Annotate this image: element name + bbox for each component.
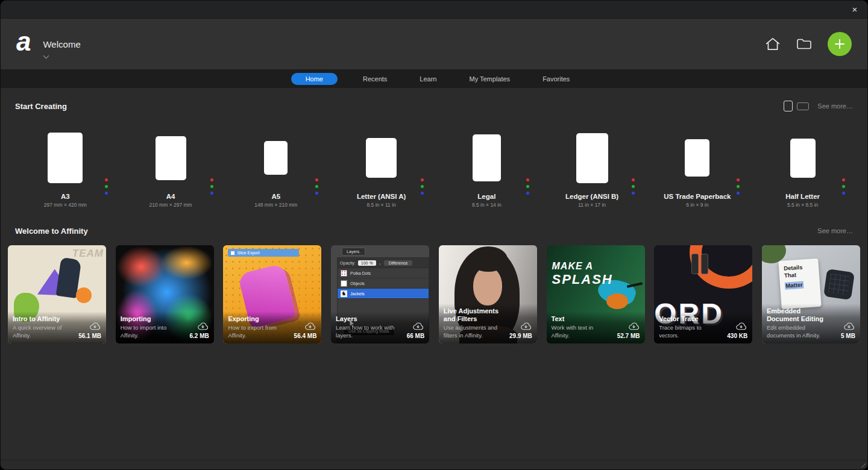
- layers-panel-title: Layers.: [342, 248, 365, 255]
- card-exporting[interactable]: Slice Export Exporting How to export fro…: [223, 245, 321, 343]
- preset-thumbnail: [156, 130, 186, 186]
- app-window: × a Welcome: [0, 0, 868, 470]
- card-title: Embedded Document Editing: [767, 307, 829, 323]
- preset-name: A4: [166, 193, 175, 200]
- landscape-page-view-button[interactable]: [797, 102, 809, 110]
- card-title: Vector Trace: [659, 315, 722, 323]
- plus-icon: [834, 39, 845, 49]
- affinity-logo: a: [16, 28, 31, 55]
- preset-name: A5: [272, 193, 281, 200]
- card-footer: Text Work with text in Affinity. 52.7 MB: [547, 312, 645, 343]
- home-icon[interactable]: [765, 36, 781, 52]
- download-cloud-icon[interactable]: [89, 322, 101, 331]
- portrait-page-view-button[interactable]: [784, 101, 793, 111]
- page-title: Welcome: [43, 39, 80, 49]
- preset-half-letter[interactable]: Half Letter 5.5 in × 8.5 in: [750, 130, 855, 208]
- card-layers[interactable]: Layers. Opacity: 100 % ⌄ Difference Polk…: [331, 245, 429, 343]
- card-description: How to export from Affinity.: [228, 324, 288, 339]
- download-cloud-icon[interactable]: [197, 322, 209, 331]
- preset-name: Ledger (ANSI B): [565, 193, 618, 200]
- see-more-link[interactable]: See more…: [817, 102, 853, 110]
- card-text[interactable]: MAKE A SPLASH Text Work with text in Aff…: [547, 245, 645, 343]
- preset-thumbnail: [473, 130, 501, 186]
- preset-dims: 8.5 in × 14 in: [472, 202, 502, 208]
- download-cloud-icon[interactable]: [627, 322, 640, 331]
- color-format-dots: [526, 178, 529, 195]
- color-format-dots: [842, 178, 845, 195]
- preset-name: Legal: [477, 193, 495, 200]
- resize-grip[interactable]: [859, 461, 866, 468]
- preset-dims: 297 mm × 420 mm: [44, 202, 87, 208]
- tab-favorites[interactable]: Favorites: [535, 73, 577, 85]
- preset-thumbnail: [366, 130, 397, 186]
- card-live-adjustments-and-filters[interactable]: Live Adjustments and Filters Use adjustm…: [439, 245, 537, 343]
- preset-dims: 148 mm × 210 mm: [254, 202, 297, 208]
- window-title-group: Welcome: [43, 39, 80, 49]
- card-importing[interactable]: Importing How to import into Affinity. 6…: [116, 245, 214, 343]
- app-header: a Welcome: [1, 19, 867, 69]
- preset-dims: 5.5 in × 8.5 in: [787, 202, 818, 208]
- header-actions: [765, 32, 852, 56]
- close-icon[interactable]: ×: [848, 3, 861, 16]
- preset-legal[interactable]: Legal 8.5 in × 14 in: [434, 130, 539, 208]
- preset-thumbnail: [685, 130, 709, 186]
- file-size: 56.1 MB: [78, 333, 101, 339]
- download-cloud-icon[interactable]: [735, 322, 747, 331]
- preset-ledger-ansi-b[interactable]: Ledger (ANSI B) 11 in × 17 in: [539, 130, 645, 208]
- see-more-link[interactable]: See more…: [817, 227, 853, 234]
- download-cloud-icon[interactable]: [520, 322, 532, 331]
- tab-learn[interactable]: Learn: [412, 73, 444, 85]
- card-title: Importing: [121, 315, 183, 323]
- file-size: 5 MB: [841, 333, 855, 339]
- color-format-dots: [210, 178, 213, 195]
- download-cloud-icon[interactable]: [412, 322, 424, 331]
- folder-icon[interactable]: [796, 36, 812, 52]
- card-description: A quick overview of Affinity.: [13, 324, 73, 339]
- tab-home[interactable]: Home: [291, 73, 338, 85]
- preset-us-trade-paperback[interactable]: US Trade Paperback 6 in × 9 in: [645, 130, 750, 208]
- card-footer: Embedded Document Editing Edit embedded …: [762, 304, 860, 343]
- card-footer: Exporting How to export from Affinity. 5…: [223, 312, 321, 343]
- card-intro-to-affinity[interactable]: TEAM Intro to Affinity A quick overview …: [8, 245, 106, 343]
- tab-recents[interactable]: Recents: [356, 73, 394, 85]
- card-description: Edit embedded documents in Affinity.: [767, 324, 827, 339]
- preset-name: Letter (ANSI A): [357, 193, 406, 200]
- preset-letter-ansi-a[interactable]: Letter (ANSI A) 8.5 in × 11 in: [329, 130, 434, 208]
- card-title: Intro to Affinity: [13, 315, 75, 323]
- card-footer: Vector Trace Trace bitmaps to vectors. 4…: [654, 312, 752, 343]
- card-description: Trace bitmaps to vectors.: [659, 324, 719, 339]
- preset-a4[interactable]: A4 210 mm × 297 mm: [118, 130, 224, 208]
- download-cloud-icon[interactable]: [304, 322, 316, 331]
- preset-row: A3 297 mm × 420 mm A4 210 mm × 297 mm A5…: [1, 130, 867, 208]
- card-description: Work with text in Affinity.: [552, 324, 612, 339]
- tutorial-card-row: TEAM Intro to Affinity A quick overview …: [1, 245, 867, 343]
- file-size: 66 MB: [407, 333, 424, 339]
- start-creating-header: Start Creating See more…: [1, 100, 867, 112]
- card-title: Live Adjustments and Filters: [444, 307, 506, 323]
- download-cloud-icon[interactable]: [843, 322, 855, 331]
- preset-a5[interactable]: A5 148 mm × 210 mm: [224, 130, 329, 208]
- card-footer: Importing How to import into Affinity. 6…: [116, 312, 214, 343]
- title-bar: ×: [1, 1, 867, 19]
- tab-my-templates[interactable]: My Templates: [462, 73, 517, 85]
- color-format-dots: [315, 178, 318, 195]
- preset-a3[interactable]: A3 297 mm × 420 mm: [13, 130, 118, 208]
- preset-dims: 11 in × 17 in: [578, 202, 606, 208]
- chevron-down-icon[interactable]: [43, 52, 49, 58]
- card-vector-trace[interactable]: ORD Vector Trace Trace bitmaps to vector…: [654, 245, 752, 343]
- file-size: 430 KB: [727, 333, 747, 339]
- preset-name: US Trade Paperback: [664, 193, 731, 200]
- card-title: Exporting: [228, 315, 291, 323]
- preset-dims: 8.5 in × 11 in: [366, 202, 395, 208]
- card-embedded-document-editing[interactable]: Details That Matter Embedded Document Ed…: [762, 245, 860, 343]
- new-document-button[interactable]: [828, 32, 852, 56]
- preset-thumbnail: [48, 130, 83, 186]
- file-size: 29.9 MB: [509, 333, 532, 339]
- color-format-dots: [105, 178, 108, 195]
- slice-export-banner: Slice Export: [228, 249, 299, 257]
- file-size: 6.2 MB: [189, 333, 209, 339]
- card-description: Use adjustments and filters in Affinity.: [444, 324, 504, 339]
- tab-bar: Home Recents Learn My Templates Favorite…: [1, 69, 867, 88]
- file-size: 56.4 MB: [294, 333, 317, 339]
- preset-dims: 6 in × 9 in: [686, 202, 708, 208]
